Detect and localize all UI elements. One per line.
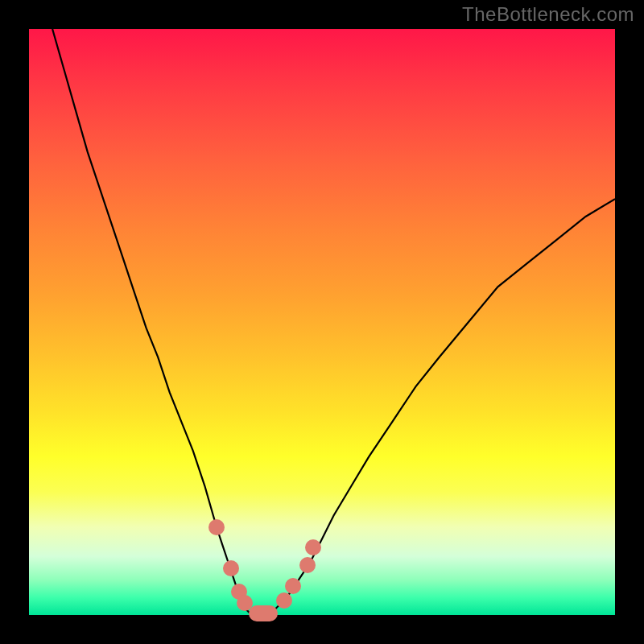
chart-markers-layer	[29, 29, 615, 615]
chart-marker	[223, 560, 239, 576]
chart-marker	[285, 578, 301, 594]
chart-marker	[305, 539, 321, 555]
chart-trough-bar	[249, 605, 278, 621]
chart-plot-area	[29, 29, 615, 615]
chart-marker	[208, 519, 225, 535]
watermark-text: TheBottleneck.com	[462, 3, 634, 26]
chart-marker	[299, 557, 316, 573]
chart-marker	[276, 592, 292, 609]
